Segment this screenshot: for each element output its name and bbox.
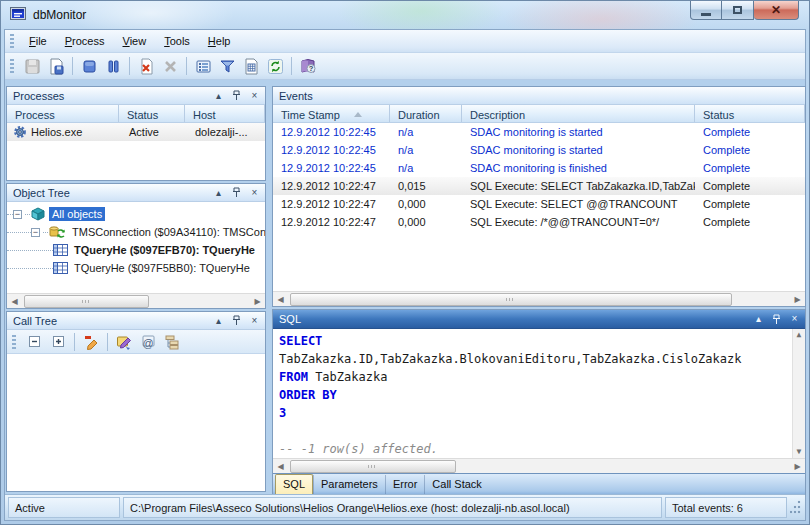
tree-item-tqueryhe-1[interactable]: TQueryHe ($097EFB70): TQueryHe <box>7 241 265 259</box>
pause-monitoring-button[interactable] <box>101 55 125 77</box>
scroll-right-icon[interactable]: ▶ <box>790 292 805 307</box>
event-description: SDAC monitoring is finished <box>462 162 695 174</box>
tree-item-label: TQueryHe ($097F5BB0): TQueryHe <box>71 261 253 275</box>
event-row[interactable]: 12.9.2012 10:22:45 n/a SDAC monitoring i… <box>273 141 805 159</box>
column-header-description[interactable]: Description <box>462 105 695 122</box>
tab-sql[interactable]: SQL <box>275 474 313 494</box>
title-bar[interactable]: dbMonitor ✕ <box>1 1 809 29</box>
filter-button[interactable] <box>215 55 239 77</box>
collapse-panel-icon[interactable]: ▴ <box>212 89 225 102</box>
data-grid-button[interactable] <box>239 55 263 77</box>
scrollbar-thumb[interactable] <box>290 460 456 473</box>
delete-event-button[interactable] <box>134 55 158 77</box>
marker-pen-icon <box>83 334 99 350</box>
tab-error[interactable]: Error <box>385 475 424 494</box>
event-row-selected[interactable]: 12.9.2012 10:22:47 0,015 SQL Execute: SE… <box>273 177 805 195</box>
sql-vertical-scrollbar[interactable]: ▲ ▼ <box>792 329 805 458</box>
resize-grip[interactable] <box>790 497 802 518</box>
tree-item-all-objects[interactable]: − All objects <box>7 205 265 223</box>
event-row[interactable]: 12.9.2012 10:22:45 n/a SDAC monitoring i… <box>273 123 805 141</box>
tree-item-label: TMSConnection ($09A34110): TMSConne <box>69 225 265 239</box>
highlight-sql-button[interactable] <box>79 331 103 353</box>
sql-keyword: FROM <box>279 370 308 384</box>
edit-sql-button[interactable] <box>112 331 136 353</box>
toolbar-grip-handle[interactable] <box>10 59 14 73</box>
tree-item-tqueryhe-2[interactable]: TQueryHe ($097F5BB0): TQueryHe <box>7 259 265 277</box>
sql-horizontal-scrollbar[interactable]: ◀ ▶ <box>273 458 805 473</box>
menu-process[interactable]: Process <box>56 32 114 50</box>
pin-panel-icon[interactable] <box>230 89 243 102</box>
close-panel-icon[interactable]: × <box>248 186 261 199</box>
menubar-grip-handle[interactable] <box>10 34 14 48</box>
call-tree-panel-header[interactable]: Call Tree ▴ × <box>7 312 265 330</box>
tab-parameters[interactable]: Parameters <box>313 475 385 494</box>
minimize-button[interactable] <box>690 1 722 20</box>
event-properties-button[interactable] <box>191 55 215 77</box>
collapse-panel-icon[interactable]: ▴ <box>752 313 765 326</box>
maximize-button[interactable] <box>722 1 754 20</box>
column-header-status[interactable]: Status <box>119 105 185 122</box>
status-process-path: C:\Program Files\Asseco Solutions\Helios… <box>123 497 662 518</box>
column-header-process[interactable]: Process <box>7 105 119 122</box>
object-tree-horizontal-scrollbar[interactable]: ◀ ▶ <box>7 293 265 308</box>
pin-panel-icon[interactable] <box>230 186 243 199</box>
sql-comment: -- -1 row(s) affected. <box>279 440 805 458</box>
expand-all-button[interactable] <box>46 331 70 353</box>
menu-tools[interactable]: Tools <box>155 32 199 50</box>
refresh-button[interactable] <box>263 55 287 77</box>
events-panel-header[interactable]: Events <box>273 87 805 105</box>
tab-call-stack[interactable]: Call Stack <box>424 475 489 494</box>
collapse-node-icon[interactable]: − <box>13 210 22 219</box>
object-tree-panel-header[interactable]: Object Tree ▴ × <box>7 184 265 202</box>
event-duration: 0,000 <box>390 198 462 210</box>
collapse-node-icon[interactable]: − <box>31 228 40 237</box>
scroll-up-icon[interactable]: ▲ <box>792 329 806 341</box>
close-panel-icon[interactable]: × <box>248 314 261 327</box>
scroll-left-icon[interactable]: ◀ <box>273 459 288 474</box>
scrollbar-thumb[interactable] <box>290 293 732 306</box>
tree-item-tmsconnection[interactable]: − TMSConnection ($09A34110): T <box>7 223 265 241</box>
scroll-right-icon[interactable]: ▶ <box>250 294 265 309</box>
scroll-left-icon[interactable]: ◀ <box>273 292 288 307</box>
scroll-down-icon[interactable]: ▼ <box>792 446 806 458</box>
find-reference-button[interactable]: @ <box>136 331 160 353</box>
pin-panel-icon[interactable] <box>230 314 243 327</box>
menu-file[interactable]: File <box>20 32 56 50</box>
close-icon: ✕ <box>771 4 781 16</box>
scrollbar-thumb[interactable] <box>24 295 149 308</box>
pin-panel-icon[interactable] <box>770 313 783 326</box>
processes-panel-header[interactable]: Processes ▴ × <box>7 87 265 105</box>
events-horizontal-scrollbar[interactable]: ◀ ▶ <box>273 291 805 306</box>
event-row[interactable]: 12.9.2012 10:22:47 0,000 SQL Execute: SE… <box>273 195 805 213</box>
menu-view[interactable]: View <box>114 32 156 50</box>
toolbar-separator <box>107 333 108 351</box>
close-button[interactable]: ✕ <box>754 1 799 20</box>
help-button[interactable]: ? <box>296 55 320 77</box>
toolbar-grip-handle[interactable] <box>12 335 16 349</box>
close-panel-icon[interactable]: × <box>248 89 261 102</box>
scroll-right-icon[interactable]: ▶ <box>790 459 805 474</box>
column-header-status[interactable]: Status <box>695 105 805 122</box>
call-tree-content[interactable] <box>7 355 265 491</box>
event-row[interactable]: 12.9.2012 10:22:47 0,000 SQL Execute: /*… <box>273 213 805 231</box>
column-header-timestamp[interactable]: Time Stamp <box>273 105 390 122</box>
column-header-duration[interactable]: Duration <box>390 105 462 122</box>
call-stack-view-button[interactable] <box>160 331 184 353</box>
export-button[interactable] <box>44 55 68 77</box>
collapse-all-button[interactable] <box>22 331 46 353</box>
sql-panel-header[interactable]: SQL ▴ × <box>273 310 805 329</box>
close-panel-icon[interactable]: × <box>788 313 801 326</box>
save-button[interactable] <box>20 55 44 77</box>
column-header-host[interactable]: Host <box>185 105 265 122</box>
toolbar-separator <box>72 57 73 75</box>
sql-text-view[interactable]: SELECT TabZakazka.ID,TabZakazka.Blokovan… <box>273 329 805 458</box>
scroll-left-icon[interactable]: ◀ <box>7 294 22 309</box>
collapse-panel-icon[interactable]: ▴ <box>212 314 225 327</box>
delete-all-button[interactable] <box>158 55 182 77</box>
process-row[interactable]: Helios.exe Active dolezalji-... <box>7 123 265 141</box>
event-row[interactable]: 12.9.2012 10:22:45 n/a SDAC monitoring i… <box>273 159 805 177</box>
menu-help[interactable]: Help <box>199 32 240 50</box>
stop-monitoring-button[interactable] <box>77 55 101 77</box>
save-icon <box>24 58 41 75</box>
collapse-panel-icon[interactable]: ▴ <box>212 186 225 199</box>
